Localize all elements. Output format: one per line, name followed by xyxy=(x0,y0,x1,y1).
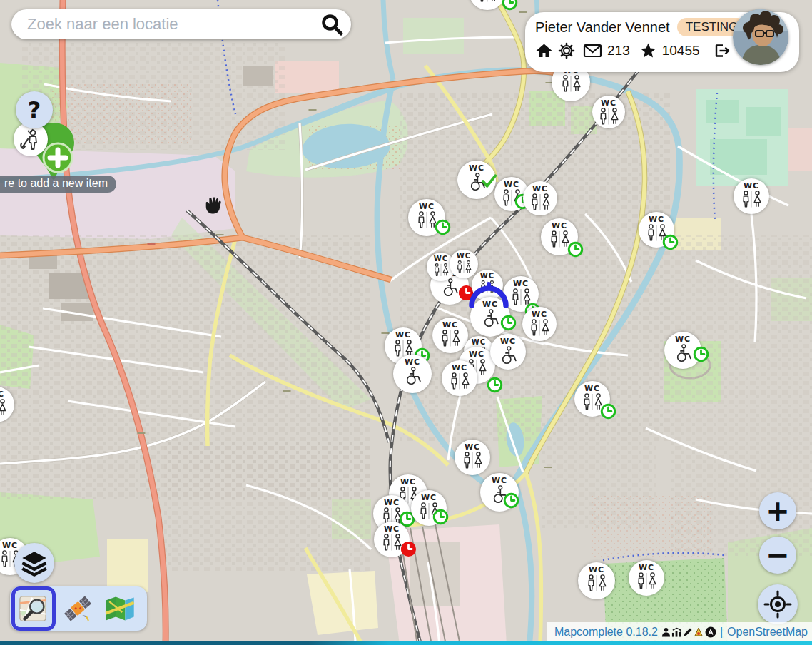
wheelchair-icon xyxy=(481,309,499,327)
user-name[interactable]: Pieter Vander Vennet xyxy=(535,19,670,36)
wc-marker-label: WC xyxy=(395,331,411,340)
crosshair-icon xyxy=(763,590,792,619)
pencil-icon[interactable] xyxy=(683,627,693,637)
help-question-mark: ? xyxy=(28,96,41,123)
wc-marker[interactable]: WC xyxy=(592,96,625,128)
changesets-count: 10455 xyxy=(662,43,700,59)
wc-marker-label: WC xyxy=(649,215,664,224)
user-avatar[interactable] xyxy=(733,9,788,65)
covered-umbrella-icon xyxy=(466,280,512,311)
background-style-bar xyxy=(10,586,147,631)
man-woman-icon xyxy=(432,263,450,277)
wheelchair-icon xyxy=(674,344,692,362)
marker-status-badge xyxy=(661,233,679,254)
wc-marker-label: WC xyxy=(584,385,600,393)
app-version-link[interactable]: Mapcomplete 0.18.2 xyxy=(554,626,658,639)
open-hours-badge-icon xyxy=(502,492,520,509)
marker-status-badge xyxy=(692,345,710,366)
logout-icon[interactable] xyxy=(712,42,731,59)
mapcomplete-app: Pieter Vander Vennet TESTING xyxy=(0,0,812,645)
style-osm-button[interactable] xyxy=(11,586,56,631)
wc-marker-label: WC xyxy=(405,358,420,367)
wc-marker[interactable]: WC xyxy=(442,360,477,396)
wc-marker-label: WC xyxy=(492,477,507,485)
closed-hours-badge-icon xyxy=(400,540,417,558)
open-hours-badge-icon xyxy=(599,402,617,420)
wc-marker-label: WC xyxy=(675,335,691,344)
marker-status-badge xyxy=(499,314,517,335)
zoom-in-button[interactable]: + xyxy=(759,492,796,529)
wc-marker[interactable]: WC xyxy=(523,181,557,215)
search-bar xyxy=(11,9,351,39)
wc-marker-label: WC xyxy=(601,99,616,108)
marker-status-badge xyxy=(432,508,450,529)
wc-marker-label: WC xyxy=(400,478,416,487)
open-hours-badge-icon xyxy=(432,508,450,526)
wc-marker-label: WC xyxy=(465,443,480,452)
toilet-wrench-icon xyxy=(18,126,44,152)
wc-marker[interactable]: WC xyxy=(393,355,432,393)
mapcomplete-logo-icon xyxy=(694,626,704,637)
layers-icon xyxy=(19,549,49,577)
wc-marker-label: WC xyxy=(384,499,400,507)
license-icon[interactable] xyxy=(705,626,716,638)
wc-marker-label: WC xyxy=(0,390,4,399)
wc-marker[interactable]: WC xyxy=(578,562,615,599)
man-woman-icon xyxy=(460,452,484,469)
wc-marker-label: WC xyxy=(469,350,484,359)
open-hours-badge-icon xyxy=(499,314,517,332)
wc-marker-label: WC xyxy=(500,337,516,346)
theme-progress-bar xyxy=(0,641,812,645)
man-woman-icon xyxy=(597,108,621,126)
statistics-icon[interactable] xyxy=(671,627,682,637)
zoom-out-button[interactable]: − xyxy=(759,537,796,574)
open-hours-badge-icon xyxy=(567,240,584,258)
marker-status-badge xyxy=(486,376,504,397)
messages-count: 213 xyxy=(607,43,630,59)
wc-marker-label: WC xyxy=(532,185,548,193)
wc-marker-label: WC xyxy=(434,255,448,263)
marker-status-badge xyxy=(567,240,584,261)
wc-marker[interactable]: WC xyxy=(455,440,490,475)
geolocate-button[interactable] xyxy=(758,584,798,624)
messages-icon[interactable] xyxy=(583,43,602,59)
style-carto-map-button[interactable] xyxy=(100,589,140,629)
marker-status-badge xyxy=(501,0,519,14)
search-icon[interactable] xyxy=(320,12,344,36)
man-woman-icon xyxy=(527,319,552,337)
wc-marker-label: WC xyxy=(504,181,519,189)
wc-marker[interactable]: WC xyxy=(450,250,478,278)
add-item-tooltip: re to add a new item xyxy=(0,176,116,193)
wc-marker[interactable]: WC xyxy=(490,334,526,370)
search-input[interactable] xyxy=(26,14,320,34)
plus-glyph: + xyxy=(766,494,790,527)
marker-status-badge xyxy=(400,540,417,561)
wc-marker-label: WC xyxy=(2,542,18,550)
user-stats-icon[interactable] xyxy=(661,627,671,637)
wc-marker-label: WC xyxy=(532,310,547,319)
attribution-bar: Mapcomplete 0.18.2 | OpenStreetMap xyxy=(547,622,812,641)
wc-marker-label: WC xyxy=(472,338,486,347)
marker-status-badge xyxy=(434,218,452,239)
wc-marker-label: WC xyxy=(419,203,435,211)
wc-marker-label: WC xyxy=(452,364,467,372)
home-icon[interactable] xyxy=(535,42,553,59)
man-woman-icon xyxy=(0,399,9,417)
help-button[interactable]: ? xyxy=(16,91,53,128)
satellite-icon xyxy=(62,593,93,624)
wc-marker[interactable]: WC xyxy=(734,178,769,214)
gear-icon[interactable] xyxy=(558,42,575,59)
wheelchair-icon xyxy=(440,278,459,297)
osm-link[interactable]: OpenStreetMap xyxy=(727,626,808,639)
open-hours-badge-icon xyxy=(692,345,710,363)
wc-marker-label: WC xyxy=(442,321,458,330)
man-woman-icon xyxy=(447,372,472,390)
style-satellite-button[interactable] xyxy=(58,589,98,629)
wheelchair-icon xyxy=(499,346,517,365)
wc-marker[interactable]: WC xyxy=(629,560,664,596)
minus-glyph: − xyxy=(766,539,790,572)
wc-marker[interactable]: WC xyxy=(522,307,557,341)
folded-map-icon xyxy=(103,594,136,624)
wc-marker[interactable]: WC xyxy=(432,318,468,353)
layers-button[interactable] xyxy=(14,543,54,583)
